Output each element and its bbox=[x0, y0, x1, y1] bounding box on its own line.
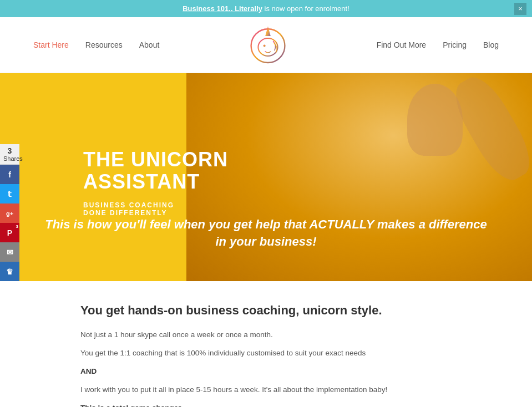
site-header: Start Here Resources About bbox=[0, 17, 532, 73]
content-paragraph-3: I work with you to put it all in place 5… bbox=[80, 384, 452, 396]
pinterest-count: 3 bbox=[16, 224, 18, 229]
svg-point-2 bbox=[258, 38, 277, 56]
twitter-share-button[interactable]: 𝕥 bbox=[0, 184, 19, 204]
nav-find-out-more[interactable]: Find Out More bbox=[377, 40, 426, 49]
content-and-label: AND bbox=[80, 365, 452, 378]
content-paragraph-2: You get the 1:1 coaching that is 100% in… bbox=[80, 347, 452, 360]
facebook-share-button[interactable]: f bbox=[0, 165, 19, 184]
nav-right: Find Out More Pricing Blog bbox=[377, 40, 499, 49]
nav-pricing[interactable]: Pricing bbox=[443, 40, 467, 49]
svg-marker-1 bbox=[265, 26, 271, 36]
svg-point-3 bbox=[264, 45, 266, 47]
banner-text: Business 101.. Literally is now open for… bbox=[183, 4, 349, 13]
hero-subtitle: BUSINESS COACHING DONE DIFFERENTLY bbox=[83, 201, 261, 217]
nav-resources[interactable]: Resources bbox=[85, 40, 123, 49]
announcement-banner: Business 101.. Literally is now open for… bbox=[0, 0, 532, 17]
hero-center-text: This is how you'll feel when you get hel… bbox=[0, 216, 532, 251]
email-share-button[interactable]: ✉ bbox=[0, 242, 19, 262]
nav-blog[interactable]: Blog bbox=[483, 40, 499, 49]
site-logo[interactable] bbox=[246, 23, 290, 67]
hero-title: THE UNICORN ASSISTANT bbox=[83, 149, 261, 192]
content-heading: You get hands-on business coaching, unic… bbox=[80, 303, 452, 318]
crown-share-button[interactable]: ♛ bbox=[0, 262, 19, 281]
share-count: 3 Shares bbox=[0, 144, 19, 165]
nav-about[interactable]: About bbox=[139, 40, 160, 49]
hero-section: THE UNICORN ASSISTANT BUSINESS COACHING … bbox=[0, 73, 532, 281]
main-content-section: You get hands-on business coaching, unic… bbox=[0, 281, 532, 407]
googleplus-share-button[interactable]: g+ bbox=[0, 204, 19, 223]
nav-left: Start Here Resources About bbox=[33, 40, 159, 49]
hero-content: THE UNICORN ASSISTANT BUSINESS COACHING … bbox=[0, 138, 261, 217]
banner-link[interactable]: Business 101.. Literally bbox=[183, 4, 262, 13]
content-paragraph-1: Not just a 1 hour skype call once a week… bbox=[80, 329, 452, 342]
nav-start-here[interactable]: Start Here bbox=[33, 40, 69, 49]
content-paragraph-4: This is a total game changer bbox=[80, 402, 452, 407]
pinterest-share-button[interactable]: P 3 bbox=[0, 223, 19, 242]
social-share-sidebar: 3 Shares f 𝕥 g+ P 3 ✉ ♛ bbox=[0, 144, 19, 281]
banner-close-button[interactable]: × bbox=[514, 3, 526, 15]
